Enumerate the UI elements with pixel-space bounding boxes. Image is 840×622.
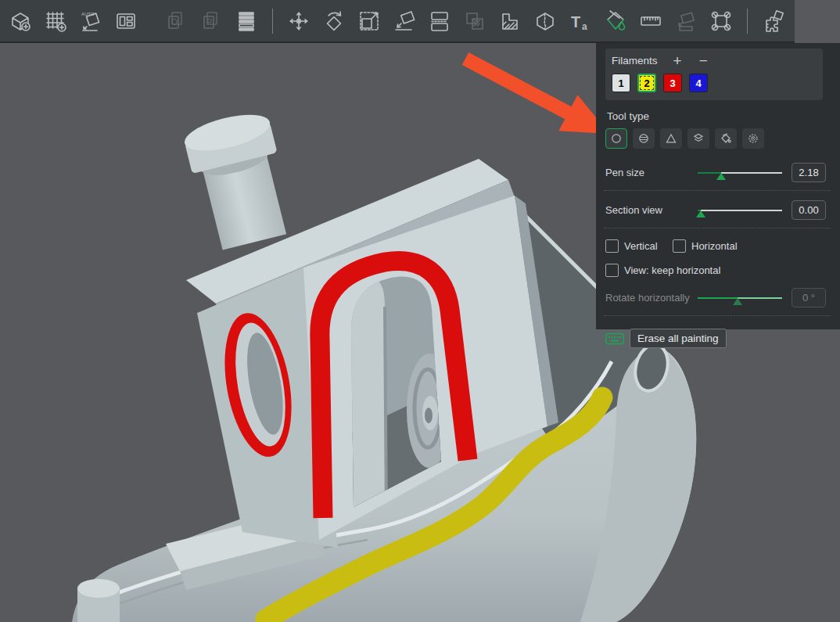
view-keep-horizontal-label: View: keep horizontal	[624, 264, 720, 276]
split-icon[interactable]	[424, 5, 455, 38]
auto-orient-icon[interactable]: AUTO	[75, 5, 106, 38]
filament-swatch-3[interactable]: 3	[663, 74, 682, 92]
section-view-label: Section view	[605, 204, 698, 216]
horizontal-label: Horizontal	[691, 240, 738, 252]
divider	[604, 190, 831, 191]
color-paint-panel: Filaments + − 1 2 3 4 Tool type Pen size	[596, 43, 840, 329]
filament-swatch-2[interactable]: 2	[637, 74, 656, 92]
checkbox-box[interactable]	[605, 264, 619, 277]
lay-on-face-icon[interactable]	[389, 5, 420, 38]
svg-text:P: P	[207, 18, 213, 27]
tool-gap-fill-button[interactable]	[742, 128, 764, 149]
tool-height-range-button[interactable]	[687, 128, 709, 149]
keyboard-shortcut-icon	[605, 332, 624, 346]
move-icon[interactable]	[283, 5, 314, 38]
rotate-horizontally-value: 0 °	[792, 288, 826, 307]
erase-all-painting-button[interactable]: Erase all painting	[630, 329, 727, 348]
corner-anchors-icon[interactable]	[705, 5, 737, 38]
mesh-boolean-icon	[459, 5, 490, 38]
add-plate-icon[interactable]	[40, 5, 71, 38]
remove-filament-button[interactable]: −	[698, 56, 709, 67]
toolbar-separator	[747, 9, 748, 34]
filament-swatch-4[interactable]: 4	[689, 74, 708, 92]
copy-icon: O	[160, 5, 192, 38]
tool-type-buttons	[605, 128, 823, 149]
text-icon[interactable]: Ta	[565, 5, 596, 38]
add-object-icon[interactable]	[5, 5, 36, 38]
orientation-checkboxes: Vertical Horizontal	[605, 239, 823, 253]
erase-row: Erase all painting	[605, 329, 823, 348]
svg-text:O: O	[171, 18, 178, 27]
vertical-checkbox[interactable]: Vertical	[605, 239, 673, 253]
layers-icon[interactable]	[231, 5, 262, 38]
pen-size-row: Pen size 2.18	[605, 163, 823, 182]
tool-fill-button[interactable]	[715, 128, 737, 149]
filaments-title: Filaments	[612, 55, 658, 67]
measure-icon[interactable]	[635, 5, 666, 38]
tool-circle-button[interactable]	[605, 128, 627, 149]
scale-icon[interactable]	[354, 5, 385, 38]
seam-icon	[670, 5, 702, 38]
paste-icon: P	[196, 5, 227, 38]
tool-type-label: Tool type	[607, 110, 823, 122]
checkbox-box[interactable]	[673, 239, 686, 253]
application-window: AUTO O P Ta Filaments + − 1	[0, 0, 840, 622]
filaments-section: Filaments + − 1 2 3 4	[605, 49, 823, 100]
pen-size-value[interactable]: 2.18	[792, 163, 826, 182]
arrange-icon[interactable]	[110, 5, 142, 38]
color-paint-icon[interactable]	[600, 5, 631, 38]
filament-swatch-1[interactable]: 1	[612, 74, 630, 92]
pen-size-label: Pen size	[605, 167, 698, 178]
pen-size-slider[interactable]	[698, 167, 782, 179]
cut-icon[interactable]	[529, 5, 561, 38]
checkbox-box[interactable]	[605, 239, 619, 253]
assembly-icon[interactable]	[758, 5, 789, 38]
rotate-icon[interactable]	[318, 5, 350, 38]
variable-layer-height-icon[interactable]	[494, 5, 526, 38]
tool-triangle-button[interactable]	[660, 128, 682, 149]
view-keep-horizontal-checkbox[interactable]: View: keep horizontal	[605, 264, 720, 277]
tool-sphere-button[interactable]	[633, 128, 655, 149]
rotate-horizontally-row: Rotate horizontally 0 °	[605, 288, 823, 307]
horizontal-checkbox[interactable]: Horizontal	[673, 239, 738, 253]
divider	[604, 228, 831, 228]
rotate-horizontally-slider	[698, 292, 782, 304]
section-view-row: Section view 0.00	[605, 200, 823, 220]
section-view-slider[interactable]	[698, 204, 782, 217]
section-view-value[interactable]: 0.00	[792, 200, 826, 220]
divider	[604, 315, 831, 316]
toolbar-separator	[272, 9, 273, 34]
svg-text:T: T	[571, 13, 580, 31]
view-keep-horizontal-row: View: keep horizontal	[605, 264, 823, 277]
vertical-label: Vertical	[624, 240, 658, 252]
add-filament-button[interactable]: +	[672, 56, 684, 67]
rotate-horizontally-label: Rotate horizontally	[605, 292, 698, 304]
svg-text:a: a	[582, 21, 587, 32]
main-toolbar: AUTO O P Ta	[0, 0, 795, 43]
